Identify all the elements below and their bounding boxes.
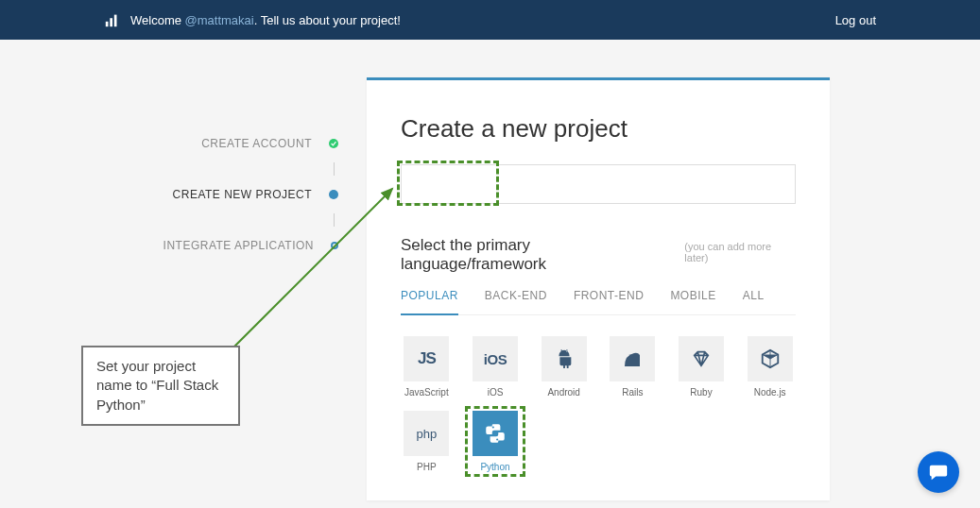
step-label: CREATE ACCOUNT	[201, 137, 312, 150]
tile-label: Ruby	[676, 387, 728, 398]
tab-popular[interactable]: POPULAR	[401, 289, 458, 315]
android-icon	[542, 336, 587, 381]
tile-php[interactable]: php PHP	[401, 411, 453, 472]
welcome-text: Welcome @mattmakai. Tell us about your p…	[130, 13, 401, 27]
php-icon: php	[404, 411, 449, 456]
svg-rect-1	[110, 18, 112, 26]
chat-widget-button[interactable]	[918, 451, 959, 493]
dot-active-icon	[329, 190, 338, 199]
tile-label: Node.js	[744, 387, 796, 398]
project-name-row	[401, 164, 796, 204]
tile-android[interactable]: Android	[538, 336, 590, 398]
tile-label: PHP	[401, 462, 453, 472]
svg-rect-0	[106, 22, 109, 26]
annotation-callout: Set your project name to “Full Stack Pyt…	[81, 346, 240, 426]
step-label: CREATE NEW PROJECT	[173, 188, 312, 201]
step-label: INTEGRATE APPLICATION	[163, 239, 314, 252]
python-icon	[473, 411, 518, 456]
ios-icon: iOS	[473, 336, 518, 381]
tile-label: Python	[470, 462, 522, 472]
step-create-account: CREATE ACCOUNT	[0, 125, 338, 162]
tile-label: Rails	[607, 387, 659, 398]
steps-sidebar: CREATE ACCOUNT CREATE NEW PROJECT INTEGR…	[0, 77, 350, 500]
tile-ruby[interactable]: Ruby	[676, 336, 728, 398]
tab-backend[interactable]: BACK-END	[485, 289, 547, 314]
check-icon	[329, 139, 338, 148]
tab-mobile[interactable]: MOBILE	[670, 289, 715, 314]
section-hint: (you can add more later)	[684, 241, 796, 263]
ruby-icon	[679, 336, 724, 381]
tile-javascript[interactable]: JS JavaScript	[401, 336, 453, 398]
username: @mattmakai	[185, 13, 254, 27]
step-create-project: CREATE NEW PROJECT	[0, 176, 338, 213]
tile-nodejs[interactable]: Node.js	[744, 336, 796, 398]
svg-rect-2	[114, 15, 117, 27]
tile-ios[interactable]: iOS iOS	[470, 336, 522, 398]
dot-pending-icon	[331, 242, 338, 249]
rails-icon	[610, 336, 655, 381]
node-icon	[748, 336, 793, 381]
tile-label: iOS	[470, 387, 522, 398]
section-heading: Select the primary language/framework (y…	[401, 236, 796, 274]
javascript-icon: JS	[404, 336, 449, 381]
section-title: Select the primary language/framework	[401, 236, 675, 274]
framework-grid: JS JavaScript iOS iOS Android Rails	[401, 336, 796, 472]
framework-tabs: POPULAR BACK-END FRONT-END MOBILE ALL	[401, 289, 796, 315]
tab-frontend[interactable]: FRONT-END	[574, 289, 645, 314]
header: Welcome @mattmakai. Tell us about your p…	[0, 0, 980, 40]
logo-icon	[104, 11, 121, 28]
tile-label: Android	[538, 387, 590, 398]
project-card: Create a new project Select the primary …	[367, 77, 830, 500]
tab-all[interactable]: ALL	[743, 289, 765, 314]
tile-python[interactable]: Python	[470, 411, 522, 472]
logout-link[interactable]: Log out	[835, 13, 876, 27]
header-left: Welcome @mattmakai. Tell us about your p…	[104, 11, 401, 28]
project-name-input[interactable]	[401, 164, 796, 204]
step-integrate: INTEGRATE APPLICATION	[0, 227, 338, 264]
chat-icon	[928, 462, 949, 483]
content: CREATE ACCOUNT CREATE NEW PROJECT INTEGR…	[0, 40, 980, 500]
tile-label: JavaScript	[401, 387, 453, 398]
card-title: Create a new project	[401, 114, 796, 144]
tile-rails[interactable]: Rails	[607, 336, 659, 398]
